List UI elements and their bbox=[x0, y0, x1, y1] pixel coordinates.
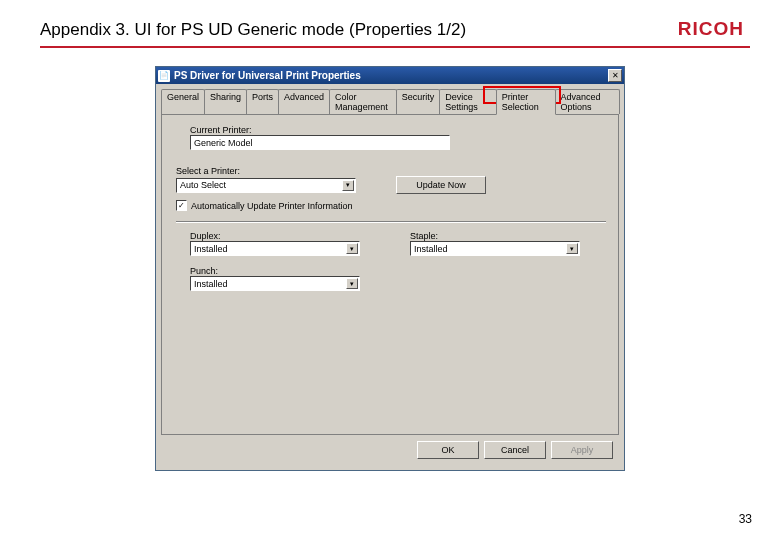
tab-printer-selection[interactable]: Printer Selection bbox=[496, 89, 556, 115]
current-printer-field: Generic Model bbox=[190, 135, 450, 150]
page-number: 33 bbox=[739, 512, 752, 526]
auto-update-label: Automatically Update Printer Information bbox=[191, 201, 353, 211]
tab-sharing[interactable]: Sharing bbox=[204, 89, 247, 114]
select-printer-value: Auto Select bbox=[180, 180, 226, 190]
dialog-titlebar: 📄 PS Driver for Universal Print Properti… bbox=[156, 67, 624, 84]
chevron-down-icon: ▾ bbox=[342, 180, 354, 191]
punch-dropdown[interactable]: Installed ▾ bbox=[190, 276, 360, 291]
chevron-down-icon: ▾ bbox=[566, 243, 578, 254]
header-divider bbox=[40, 46, 750, 48]
tab-advanced-options[interactable]: Advanced Options bbox=[555, 89, 620, 114]
chevron-down-icon: ▾ bbox=[346, 278, 358, 289]
select-printer-label: Select a Printer: bbox=[176, 166, 606, 176]
auto-update-checkbox-row[interactable]: ✓ Automatically Update Printer Informati… bbox=[176, 200, 606, 211]
punch-label: Punch: bbox=[190, 266, 606, 276]
dialog-button-row: OK Cancel Apply bbox=[161, 435, 619, 465]
duplex-label: Duplex: bbox=[190, 231, 370, 241]
current-printer-value: Generic Model bbox=[194, 138, 253, 148]
close-button[interactable]: ✕ bbox=[608, 69, 622, 82]
tab-ports[interactable]: Ports bbox=[246, 89, 279, 114]
tab-general[interactable]: General bbox=[161, 89, 205, 114]
tab-color-management[interactable]: Color Management bbox=[329, 89, 397, 114]
dialog-title: PS Driver for Universal Print Properties bbox=[174, 70, 608, 81]
properties-dialog: 📄 PS Driver for Universal Print Properti… bbox=[155, 66, 625, 471]
select-printer-dropdown[interactable]: Auto Select ▾ bbox=[176, 178, 356, 193]
slide-title: Appendix 3. UI for PS UD Generic mode (P… bbox=[40, 20, 466, 40]
duplex-value: Installed bbox=[194, 244, 228, 254]
brand-logo: RICOH bbox=[678, 18, 744, 40]
separator bbox=[176, 221, 606, 223]
current-printer-label: Current Printer: bbox=[190, 125, 606, 135]
staple-value: Installed bbox=[414, 244, 448, 254]
ok-button[interactable]: OK bbox=[417, 441, 479, 459]
punch-value: Installed bbox=[194, 279, 228, 289]
staple-dropdown[interactable]: Installed ▾ bbox=[410, 241, 580, 256]
chevron-down-icon: ▾ bbox=[346, 243, 358, 254]
update-now-button[interactable]: Update Now bbox=[396, 176, 486, 194]
tab-device-settings[interactable]: Device Settings bbox=[439, 89, 496, 114]
cancel-button[interactable]: Cancel bbox=[484, 441, 546, 459]
printer-selection-panel: Current Printer: Generic Model Select a … bbox=[161, 115, 619, 435]
duplex-dropdown[interactable]: Installed ▾ bbox=[190, 241, 360, 256]
tab-advanced[interactable]: Advanced bbox=[278, 89, 330, 114]
staple-label: Staple: bbox=[410, 231, 590, 241]
tab-security[interactable]: Security bbox=[396, 89, 441, 114]
tab-strip: General Sharing Ports Advanced Color Man… bbox=[161, 89, 619, 115]
auto-update-checkbox[interactable]: ✓ bbox=[176, 200, 187, 211]
printer-icon: 📄 bbox=[158, 70, 170, 82]
apply-button[interactable]: Apply bbox=[551, 441, 613, 459]
